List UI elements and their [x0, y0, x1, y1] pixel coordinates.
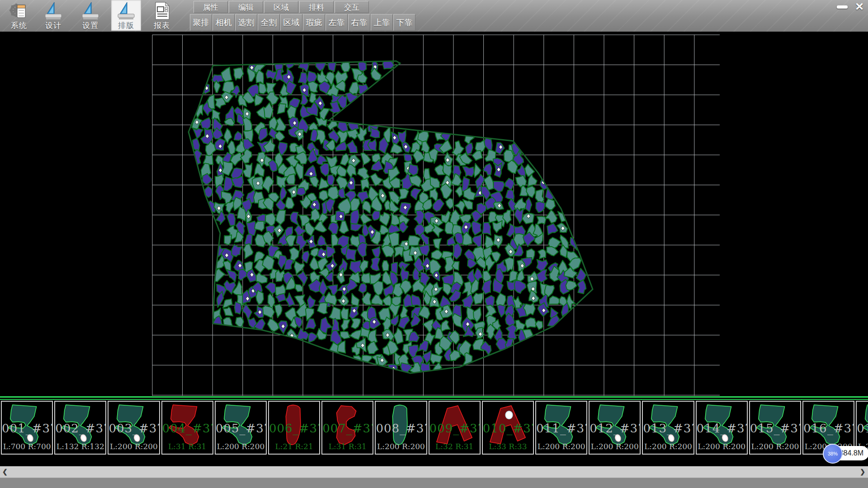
piece-id-label: 017_#37 [857, 422, 868, 435]
piece-lr-count: L:132 R:132 [55, 442, 105, 451]
piece-id-label: 002_#37 [55, 422, 105, 435]
piece-lr-count: L:200 R:200 [108, 442, 159, 451]
tool-button-4[interactable]: 区域 [280, 14, 302, 31]
piece-id-label: 005_#37 [216, 422, 266, 435]
memory-percent-circle: 38% [823, 444, 843, 464]
gear-icon [9, 1, 29, 20]
piece-id-label: 014_#37 [697, 422, 747, 435]
tool-button-1[interactable]: 相机 [212, 14, 235, 31]
strip-top-border-2 [0, 399, 868, 400]
piece-thumbnail-012_#37[interactable]: 012_#37L:200 R:200 [589, 401, 641, 455]
horizontal-scrollbar[interactable]: ❮ ❯ [0, 466, 868, 478]
menu-item-4[interactable]: 交互 [335, 1, 369, 13]
mode-button-3[interactable]: 排版 [111, 0, 141, 31]
tool-button-2[interactable]: 选割 [235, 14, 257, 31]
piece-thumbnail-014_#37[interactable]: 014_#37L:200 R:200 [696, 401, 748, 455]
minimize-button[interactable] [835, 3, 849, 11]
piece-id-label: 013_#37 [643, 422, 693, 435]
mode-button-4[interactable]: 报表 [147, 0, 177, 31]
ruler-icon [116, 1, 136, 20]
piece-id-label: 004_#37 [162, 422, 212, 435]
window-controls: ✕ [835, 1, 866, 13]
piece-lr-count: L:700 R:700 [2, 442, 52, 451]
nesting-app-window: { "window": {"minimize_glyph": "", "clos… [0, 0, 868, 488]
piece-id-label: 009_#37 [429, 422, 480, 435]
piece-lr-count: L:31 R:31 [162, 442, 212, 451]
piece-lr-count: L:200 R:200 [376, 442, 426, 451]
scroll-left-icon[interactable]: ❮ [2, 468, 8, 475]
nesting-canvas[interactable] [0, 32, 868, 396]
strip-top-border [0, 396, 868, 398]
piece-lr-count: L:200 R:200 [536, 442, 586, 451]
piece-id-label: 016_#37 [803, 422, 854, 435]
piece-thumbnail-010_#37[interactable]: 010_#37L:33 R:33 [482, 401, 534, 455]
piece-thumbnail-011_#37[interactable]: 011_#37L:200 R:200 [535, 401, 587, 455]
piece-lr-count: L:21 R:21 [269, 442, 319, 451]
ribbon-header: 系统设计设置排版报表 属性编辑区域排料交互 聚排相机选割全割区域瑕疵左靠右靠上靠… [0, 0, 868, 32]
menu-item-3[interactable]: 排料 [299, 1, 334, 13]
scroll-right-icon[interactable]: ❯ [860, 468, 865, 475]
menu-item-2[interactable]: 区域 [264, 1, 298, 13]
menu-row: 属性编辑区域排料交互 [193, 1, 369, 13]
tool-button-5[interactable]: 瑕疵 [303, 14, 325, 31]
mode-button-label: 设置 [75, 20, 105, 31]
piece-lr-count: L:200 R:200 [590, 442, 640, 451]
mode-button-label: 设计 [38, 20, 68, 31]
piece-id-label: 001_#37 [2, 422, 52, 435]
piece-id-label: 007_#37 [322, 422, 373, 435]
piece-id-label: 008_#37 [376, 422, 426, 435]
piece-id-label: 010_#37 [483, 422, 533, 435]
minimize-icon [837, 5, 848, 9]
piece-lr-count: L:200 R:200 [697, 442, 747, 451]
piece-lr-count: L:33 R:33 [483, 442, 533, 451]
status-bar [0, 478, 868, 488]
tool-row: 聚排相机选割全割区域瑕疵左靠右靠上靠下靠 [190, 14, 415, 31]
piece-id-label: 006_#37 [269, 422, 319, 435]
mode-button-1[interactable]: 设计 [38, 0, 68, 31]
piece-thumbnail-002_#37[interactable]: 002_#37L:132 R:132 [54, 401, 106, 455]
piece-thumbnail-005_#37[interactable]: 005_#37L:200 R:200 [215, 401, 267, 455]
piece-id-label: 003_#37 [108, 422, 159, 435]
mode-button-label: 排版 [111, 20, 141, 31]
mode-button-label: 系统 [4, 20, 34, 31]
tool-button-3[interactable]: 全割 [258, 14, 280, 31]
close-button[interactable]: ✕ [853, 1, 866, 12]
piece-thumbnail-004_#37[interactable]: 004_#37L:31 R:31 [161, 401, 213, 455]
menu-item-1[interactable]: 编辑 [229, 1, 263, 13]
piece-thumbnail-007_#37[interactable]: 007_#37L:31 R:31 [321, 401, 373, 455]
menu-item-0[interactable]: 属性 [193, 1, 228, 13]
nesting-canvas-svg [0, 32, 868, 396]
piece-lr-count: L:32 R:31 [429, 442, 480, 451]
tool-button-6[interactable]: 左靠 [326, 14, 348, 31]
piece-thumbnail-006_#37[interactable]: 006_#37L:21 R:21 [268, 401, 320, 455]
piece-thumbnail-strip: 001_#37L:700 R:700002_#37L:132 R:132003_… [0, 396, 868, 466]
piece-thumbnail-013_#37[interactable]: 013_#37L:200 R:200 [642, 401, 694, 455]
mode-button-0[interactable]: 系统 [4, 0, 34, 31]
tool-button-0[interactable]: 聚排 [190, 14, 212, 31]
piece-lr-count: L:31 R:31 [322, 442, 373, 451]
tool-button-7[interactable]: 右靠 [348, 14, 370, 31]
ruler-icon [43, 1, 63, 20]
piece-thumbnail-001_#37[interactable]: 001_#37L:700 R:700 [1, 401, 53, 455]
piece-thumbnail-008_#37[interactable]: 008_#37L:200 R:200 [375, 401, 427, 455]
ruler-icon [80, 1, 100, 20]
piece-lr-count: L:200 R:200 [216, 442, 266, 451]
tool-button-9[interactable]: 下靠 [393, 14, 415, 31]
piece-thumbnail-015_#37[interactable]: 015_#37L:200 R:200 [749, 401, 801, 455]
piece-lr-count: L:200 R:200 [750, 442, 800, 451]
mode-button-label: 报表 [147, 20, 177, 31]
tool-button-8[interactable]: 上靠 [371, 14, 393, 31]
piece-id-label: 012_#37 [590, 422, 640, 435]
piece-thumbnail-003_#37[interactable]: 003_#37L:200 R:200 [108, 401, 160, 455]
piece-id-label: 011_#37 [536, 422, 586, 435]
mode-button-2[interactable]: 设置 [75, 0, 105, 31]
piece-thumbnail-009_#37[interactable]: 009_#37L:32 R:31 [429, 401, 481, 455]
piece-lr-count: L:200 R:200 [643, 442, 693, 451]
report-icon [152, 1, 172, 20]
piece-id-label: 015_#37 [750, 422, 800, 435]
